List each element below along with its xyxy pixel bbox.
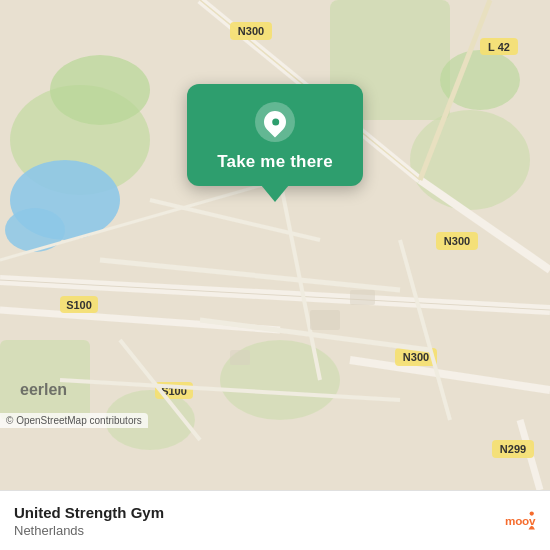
svg-text:N300: N300 bbox=[403, 351, 429, 363]
pin-circle bbox=[255, 102, 295, 142]
popup-card[interactable]: Take me there bbox=[187, 84, 363, 186]
place-name: United Strength Gym bbox=[14, 504, 494, 521]
svg-point-2 bbox=[50, 55, 150, 125]
app: N300 N300 N300 N299 S100 S100 L 42 bbox=[0, 0, 550, 550]
moovit-logo-icon: moovit bbox=[504, 505, 536, 537]
location-pin-icon bbox=[259, 107, 290, 138]
svg-rect-44 bbox=[350, 290, 375, 305]
svg-point-47 bbox=[530, 511, 534, 515]
bottom-bar: United Strength Gym Netherlands moovit bbox=[0, 490, 550, 550]
svg-rect-45 bbox=[230, 350, 250, 365]
svg-text:moovit: moovit bbox=[505, 514, 536, 527]
map-container: N300 N300 N300 N299 S100 S100 L 42 bbox=[0, 0, 550, 490]
svg-text:eerlen: eerlen bbox=[20, 381, 67, 398]
svg-text:S100: S100 bbox=[66, 299, 92, 311]
svg-text:L 42: L 42 bbox=[488, 41, 510, 53]
svg-rect-43 bbox=[310, 310, 340, 330]
svg-text:N300: N300 bbox=[444, 235, 470, 247]
take-me-there-button[interactable]: Take me there bbox=[217, 152, 333, 172]
moovit-logo: moovit bbox=[504, 505, 536, 537]
place-country: Netherlands bbox=[14, 523, 494, 538]
svg-text:N300: N300 bbox=[238, 25, 264, 37]
svg-text:N299: N299 bbox=[500, 443, 526, 455]
copyright-text: © OpenStreetMap contributors bbox=[0, 413, 148, 428]
